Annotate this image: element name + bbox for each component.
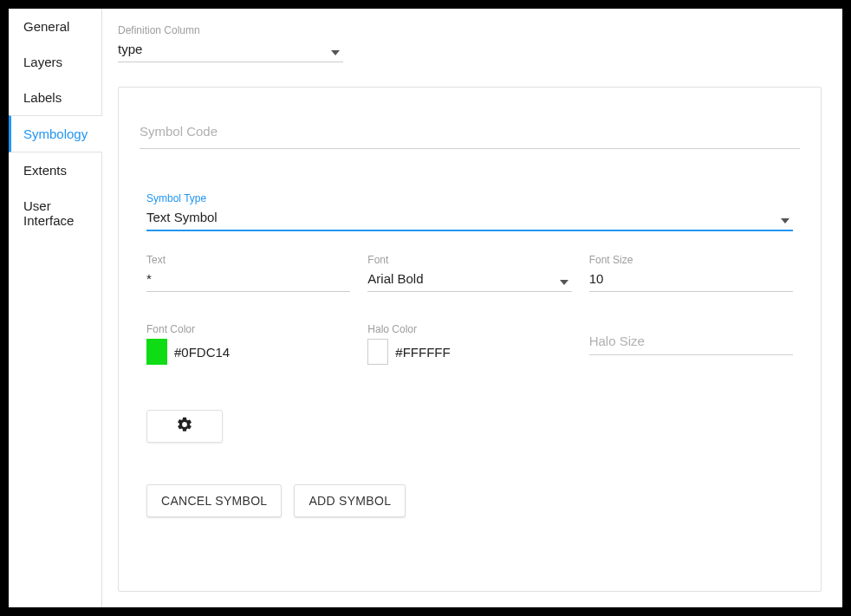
text-input[interactable]: [146, 271, 350, 286]
main-panel: Definition Column type Symbol Type Text …: [102, 9, 842, 607]
symbol-type-select[interactable]: Text Symbol: [146, 206, 793, 231]
sidebar-item-label: General: [23, 19, 69, 34]
text-field-wrap: Text: [146, 254, 350, 292]
definition-column-value: type: [118, 42, 142, 56]
sidebar-item-general[interactable]: General: [9, 9, 101, 44]
font-color-hex: #0FDC14: [174, 345, 230, 360]
sidebar-item-label: Symbology: [23, 126, 88, 141]
symbol-form: Symbol Type Text Symbol Text: [140, 192, 800, 517]
definition-column-label: Definition Column: [118, 24, 343, 36]
font-color-label: Font Color: [146, 323, 350, 335]
gear-icon: [176, 416, 193, 437]
symbol-code-input[interactable]: [140, 124, 800, 139]
cancel-symbol-button[interactable]: CANCEL SYMBOL: [146, 484, 282, 517]
font-size-label: Font Size: [589, 254, 793, 266]
font-size-input-wrap[interactable]: [589, 268, 793, 292]
font-color-field: Font Color #0FDC14: [146, 323, 350, 365]
font-label: Font: [367, 254, 571, 266]
definition-column-field: Definition Column type: [118, 24, 343, 62]
chevron-down-icon: [331, 43, 340, 58]
sidebar-item-user-interface[interactable]: User Interface: [9, 188, 101, 238]
symbol-card: Symbol Type Text Symbol Text: [118, 87, 822, 592]
sidebar-item-layers[interactable]: Layers: [9, 44, 101, 80]
font-size-input[interactable]: [589, 271, 793, 286]
color-row: Font Color #0FDC14 Halo Color #FFFFFF: [146, 323, 793, 365]
halo-color-swatch-line: #FFFFFF: [367, 339, 571, 365]
font-field-wrap: Font Arial Bold: [367, 254, 571, 292]
symbol-type-label: Symbol Type: [146, 192, 793, 204]
font-color-swatch[interactable]: [146, 339, 167, 365]
halo-color-hex: #FFFFFF: [395, 345, 450, 360]
chevron-down-icon: [781, 211, 789, 226]
symbol-type-field: Symbol Type Text Symbol: [146, 192, 793, 231]
text-font-row: Text Font Arial Bold: [146, 254, 793, 292]
settings-button[interactable]: [146, 410, 223, 443]
chevron-down-icon: [560, 273, 568, 288]
halo-size-input[interactable]: [589, 334, 793, 348]
text-label: Text: [146, 254, 350, 266]
sidebar-item-label: Labels: [23, 90, 62, 105]
sidebar-item-extents[interactable]: Extents: [9, 152, 101, 188]
app-window: General Layers Labels Symbology Extents …: [9, 9, 842, 607]
font-size-field-wrap: Font Size: [589, 254, 793, 292]
definition-column-select[interactable]: type: [118, 38, 343, 62]
symbol-code-field[interactable]: [140, 103, 800, 149]
halo-color-swatch[interactable]: [367, 339, 388, 365]
sidebar-nav: General Layers Labels Symbology Extents …: [9, 9, 102, 607]
font-select[interactable]: Arial Bold: [367, 268, 571, 292]
sidebar-item-label: Extents: [23, 163, 67, 178]
font-color-swatch-line: #0FDC14: [146, 339, 350, 365]
text-input-wrap[interactable]: [146, 268, 350, 292]
add-symbol-button[interactable]: ADD SYMBOL: [294, 484, 406, 517]
sidebar-item-labels[interactable]: Labels: [9, 80, 101, 115]
halo-color-field: Halo Color #FFFFFF: [367, 323, 571, 365]
sidebar-item-label: Layers: [23, 55, 62, 69]
font-value: Arial Bold: [367, 271, 423, 286]
halo-size-field[interactable]: [589, 323, 793, 355]
sidebar-item-label: User Interface: [23, 198, 74, 228]
action-buttons: CANCEL SYMBOL ADD SYMBOL: [146, 484, 793, 517]
halo-color-label: Halo Color: [367, 323, 571, 335]
sidebar-item-symbology[interactable]: Symbology: [9, 115, 102, 152]
symbol-type-value: Text Symbol: [146, 210, 218, 224]
